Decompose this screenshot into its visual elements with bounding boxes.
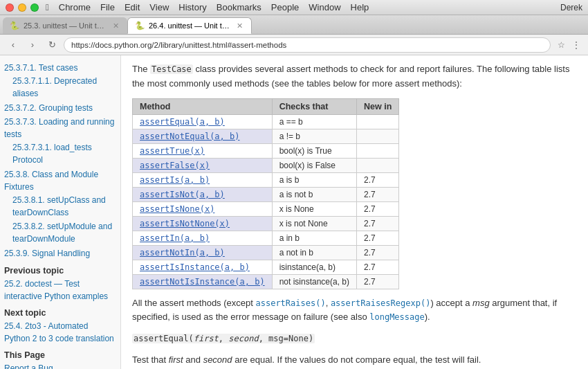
method-link[interactable]: assertIsInstance(a, b): [140, 262, 250, 272]
newin-cell: 2.7: [357, 274, 399, 289]
reload-button[interactable]: ↻: [44, 37, 59, 53]
toc-link[interactable]: 25.3.7.3. Loading and running tests: [4, 117, 114, 139]
checks-cell: x is not None: [272, 216, 356, 231]
next-topic-section: Next topic 25.4. 2to3 - Automated Python…: [4, 308, 116, 345]
method-link[interactable]: assertTrue(x): [140, 146, 205, 156]
checks-cell: a is b: [272, 172, 356, 187]
address-input[interactable]: [64, 37, 551, 53]
checks-cell: a == b: [272, 114, 356, 129]
bookmarks-menu[interactable]: Bookmarks: [217, 2, 261, 12]
view-menu[interactable]: View: [149, 2, 169, 12]
this-page-section: This Page Report a Bug Show Source: [4, 350, 116, 369]
toc-link[interactable]: 25.3.7.1.1. Deprecated aliases: [12, 76, 97, 98]
newin-cell: 2.7: [357, 231, 399, 245]
chrome-menu[interactable]: Chrome: [59, 2, 91, 12]
method-link[interactable]: assertIn(a, b): [140, 233, 210, 243]
table-row: assertNotIsInstance(a, b)not isinstance(…: [133, 274, 399, 289]
tab-2[interactable]: 🐍 26.4. unittest — Unit testing … ✕: [127, 17, 252, 34]
address-bar: ‹ › ↻ ☆ ⋮: [0, 35, 588, 55]
menu-bar:  Chrome File Edit View History Bookmark…: [46, 2, 369, 12]
method-link[interactable]: assertIs(a, b): [140, 175, 210, 185]
tab-1[interactable]: 🐍 25.3. unittest — Unit testing … ✕: [3, 17, 127, 34]
prev-topic-link[interactable]: 25.2. doctest — Test interactive Python …: [4, 279, 108, 301]
toc-link[interactable]: 25.3.8. Class and Module Fixtures: [4, 170, 98, 192]
method-cell: assertNotIn(a, b): [133, 245, 273, 260]
list-item: 25.3.8.1. setUpClass and tearDownClass: [4, 193, 116, 219]
method-link[interactable]: assertNotEqual(a, b): [140, 132, 240, 141]
window-menu[interactable]: Window: [309, 2, 340, 12]
assert-raises-link[interactable]: assertRaises(): [255, 298, 325, 308]
all-methods-note: All the assert methods (except assertRai…: [132, 296, 577, 325]
table-row: assertTrue(x)bool(x) is True: [133, 143, 399, 158]
checks-cell: bool(x) is True: [272, 143, 356, 158]
method-link[interactable]: assertIsNone(x): [140, 204, 214, 214]
toc-link[interactable]: 25.3.9. Signal Handling: [4, 249, 90, 258]
table-row: assertEqual(a, b)a == b: [133, 114, 399, 129]
method-link[interactable]: assertNotIsInstance(a, b): [140, 277, 265, 287]
method-link[interactable]: assertEqual(a, b): [140, 117, 225, 127]
method-cell: assertIn(a, b): [133, 231, 273, 245]
maximize-button[interactable]: [30, 3, 39, 12]
edit-menu[interactable]: Edit: [125, 2, 140, 12]
toc-link[interactable]: 25.3.7.2. Grouping tests: [4, 103, 93, 113]
newin-cell: [357, 158, 399, 172]
assertEqual-section: assertEqual(first, second, msg=None) Tes…: [132, 332, 577, 369]
toc-link[interactable]: 25.3.7.1. Test cases: [4, 63, 78, 73]
col-newin: New in: [357, 98, 399, 114]
checks-cell: x is None: [272, 201, 356, 216]
minimize-button[interactable]: [18, 3, 26, 12]
apple-menu[interactable]: : [46, 2, 49, 12]
method-link[interactable]: assertFalse(x): [140, 161, 210, 170]
tab-close-2[interactable]: ✕: [235, 21, 244, 30]
tab-favicon-1: 🐍: [10, 21, 19, 30]
intro-paragraph: The TestCase class provides several asse…: [132, 62, 577, 91]
help-menu[interactable]: Help: [351, 2, 369, 12]
assert-raises-regexp-link[interactable]: assertRaisesRegexp(): [331, 298, 431, 308]
bookmark-star-icon[interactable]: ☆: [555, 39, 567, 51]
toc-link[interactable]: 25.3.8.2. setUpModule and tearDownModule: [12, 222, 112, 244]
long-message-link[interactable]: longMessage: [369, 312, 424, 322]
file-menu[interactable]: File: [100, 2, 115, 12]
toc-link[interactable]: 25.3.7.3.1. load_tests Protocol: [12, 143, 92, 165]
table-row: assertNotIn(a, b)a not in b2.7: [133, 245, 399, 260]
method-link[interactable]: assertNotIn(a, b): [140, 248, 225, 258]
table-row: assertFalse(x)bool(x) is False: [133, 158, 399, 172]
window-controls: [6, 3, 39, 12]
msg-italic: msg: [472, 298, 490, 308]
assert-methods-table: Method Checks that New in assertEqual(a,…: [132, 98, 399, 289]
toc-link[interactable]: 25.3.8.1. setUpClass and tearDownClass: [12, 195, 106, 217]
history-menu[interactable]: History: [178, 2, 206, 12]
list-item: 25.3.9. Signal Handling: [4, 246, 116, 260]
newin-cell: 2.7: [357, 172, 399, 187]
forward-button[interactable]: ›: [25, 37, 40, 53]
tab-bar: 🐍 25.3. unittest — Unit testing … ✕ 🐍 26…: [0, 15, 588, 35]
method-cell: assertIsNot(a, b): [133, 187, 273, 201]
close-button[interactable]: [6, 3, 14, 12]
table-row: assertIn(a, b)a in b2.7: [133, 231, 399, 245]
main-content: The TestCase class provides several asse…: [121, 55, 588, 369]
newin-cell: 2.7: [357, 201, 399, 216]
back-button[interactable]: ‹: [6, 37, 21, 53]
checks-cell: not isinstance(a, b): [272, 274, 356, 289]
list-item: 25.3.8. Class and Module Fixtures 25.3.8…: [4, 168, 116, 246]
sidebar: 25.3.7.1. Test cases 25.3.7.1.1. Depreca…: [0, 55, 121, 369]
tab-title-2: 26.4. unittest — Unit testing …: [149, 21, 231, 30]
tab-close-1[interactable]: ✕: [111, 21, 120, 30]
col-checks: Checks that: [272, 98, 356, 114]
method-link[interactable]: assertIsNot(a, b): [140, 190, 225, 199]
checks-cell: a is not b: [272, 187, 356, 201]
report-bug-link[interactable]: Report a Bug: [4, 363, 53, 369]
table-row: assertNotEqual(a, b)a != b: [133, 129, 399, 143]
method-link[interactable]: assertIsNotNone(x): [140, 219, 230, 228]
newin-cell: 2.7: [357, 260, 399, 274]
assertEqual-code: assertEqual(first, second, msg=None): [132, 334, 315, 343]
settings-icon[interactable]: ⋮: [570, 39, 582, 51]
people-menu[interactable]: People: [271, 2, 299, 12]
method-cell: assertEqual(a, b): [133, 114, 273, 129]
next-topic-link[interactable]: 25.4. 2to3 - Automated Python 2 to 3 cod…: [4, 321, 114, 343]
user-name: Derek: [560, 3, 582, 12]
toc-list: 25.3.7.1. Test cases 25.3.7.1.1. Depreca…: [4, 61, 116, 260]
method-cell: assertIsNone(x): [133, 201, 273, 216]
newin-cell: 2.7: [357, 187, 399, 201]
list-item: 25.3.7.3.1. load_tests Protocol: [4, 141, 116, 167]
